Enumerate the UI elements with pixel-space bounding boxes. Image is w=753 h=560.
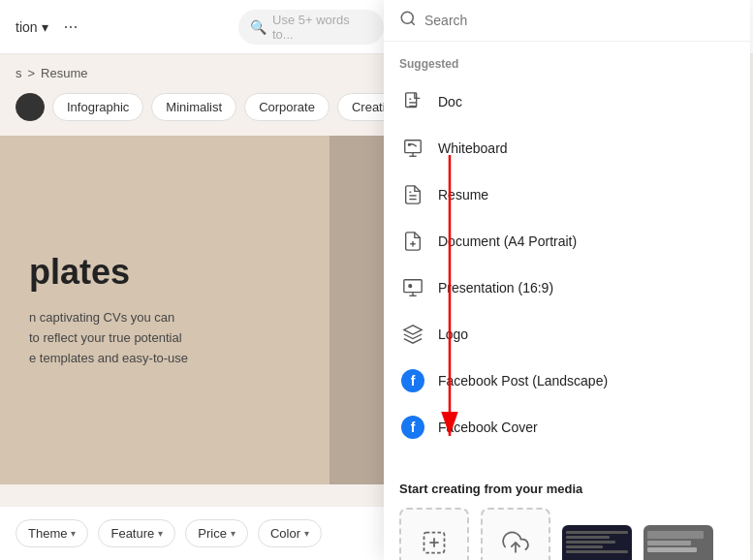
theme-filter-chevron: ▾ — [71, 528, 76, 539]
suggested-item-facebook-post[interactable]: f Facebook Post (Landscape) — [384, 358, 750, 404]
hero-title: plates — [29, 251, 359, 293]
doc-icon — [399, 88, 426, 115]
resume-icon — [399, 181, 426, 208]
filter-tab-infographic[interactable]: Infographic — [52, 93, 143, 121]
svg-rect-13 — [404, 280, 422, 293]
app-title: tion ▾ — [16, 19, 48, 35]
media-item-custom-size[interactable]: Custom size — [399, 508, 469, 560]
breadcrumb-separator: > — [28, 66, 36, 80]
media-item-import-file[interactable]: Import file — [481, 508, 550, 560]
suggested-section: Suggested Doc — [384, 42, 750, 462]
suggested-item-document[interactable]: Document (A4 Portrait) — [384, 218, 750, 264]
svg-point-0 — [401, 12, 413, 23]
start-creating-label: Start creating from your media — [399, 482, 735, 496]
more-options-button[interactable]: ··· — [64, 16, 78, 37]
facebook-circle: f — [401, 369, 424, 392]
media-item-thumb1[interactable] — [562, 525, 632, 560]
document-label: Document (A4 Portrait) — [438, 233, 577, 249]
suggested-item-whiteboard[interactable]: Whiteboard — [384, 125, 750, 171]
color-filter-chevron: ▾ — [304, 528, 309, 539]
feature-filter-label: Feature — [110, 526, 154, 541]
search-icon-small: 🔍 — [250, 19, 267, 35]
thumb2-content — [643, 525, 713, 560]
search-hint: Use 5+ words to... — [272, 13, 372, 42]
suggested-item-presentation[interactable]: Presentation (16:9) — [384, 264, 750, 311]
svg-rect-5 — [405, 140, 422, 153]
suggested-item-doc[interactable]: Doc — [384, 78, 750, 125]
logo-icon — [399, 321, 426, 348]
doc-label: Doc — [438, 94, 462, 109]
whiteboard-label: Whiteboard — [438, 140, 508, 156]
breadcrumb-current: Resume — [41, 66, 87, 80]
suggested-label: Suggested — [384, 53, 750, 78]
media-items-row: Custom size Import file — [399, 508, 735, 560]
import-file-box — [481, 508, 550, 560]
price-filter-dropdown[interactable]: Price ▾ — [185, 519, 248, 547]
presentation-label: Presentation (16:9) — [438, 280, 553, 296]
facebook-cover-icon: f — [399, 414, 426, 441]
feature-filter-dropdown[interactable]: Feature ▾ — [98, 519, 175, 547]
thumb1-content — [562, 525, 632, 560]
facebook-cover-label: Facebook Cover — [438, 420, 538, 435]
title-arrow[interactable]: ▾ — [42, 19, 48, 35]
filter-tab-corporate[interactable]: Corporate — [244, 93, 329, 121]
search-input[interactable] — [424, 13, 735, 28]
svg-point-16 — [409, 285, 412, 288]
suggested-item-facebook-cover[interactable]: f Facebook Cover — [384, 404, 750, 451]
search-dropdown-panel: Suggested Doc — [384, 0, 750, 560]
thumb1-box — [562, 525, 632, 560]
resume-label: Resume — [438, 187, 488, 202]
title-text: tion — [16, 19, 38, 35]
svg-line-1 — [411, 21, 414, 24]
start-creating-section: Start creating from your media Custom si… — [384, 470, 750, 560]
hero-description: n captivating CVs you canto reflect your… — [29, 308, 359, 368]
facebook-post-label: Facebook Post (Landscape) — [438, 373, 608, 389]
media-item-thumb2[interactable] — [643, 525, 713, 560]
theme-filter-dropdown[interactable]: Theme ▾ — [16, 519, 88, 547]
bottom-filter-bar: Theme ▾ Feature ▾ Price ▾ Color ▾ — [0, 506, 388, 560]
logo-label: Logo — [438, 327, 468, 342]
color-filter-dropdown[interactable]: Color ▾ — [258, 519, 322, 547]
search-input-row[interactable] — [384, 0, 750, 42]
suggested-item-logo[interactable]: Logo — [384, 311, 750, 358]
whiteboard-icon — [399, 135, 426, 162]
color-filter-label: Color — [270, 526, 300, 541]
custom-size-box — [399, 508, 469, 560]
theme-filter-label: Theme — [28, 526, 67, 541]
feature-filter-chevron: ▾ — [158, 528, 163, 539]
presentation-icon — [399, 274, 426, 301]
filter-tab-minimalist[interactable]: Minimalist — [151, 93, 236, 121]
main-search-bar[interactable]: 🔍 Use 5+ words to... — [238, 10, 384, 45]
thumb2-box — [643, 525, 713, 560]
search-icon — [399, 10, 417, 31]
breadcrumb-home[interactable]: s — [16, 66, 22, 80]
document-icon — [399, 228, 426, 255]
filter-tab-all[interactable] — [16, 93, 45, 121]
facebook-post-icon: f — [399, 367, 426, 394]
facebook-circle-2: f — [401, 416, 424, 439]
breadcrumb: s > Resume — [0, 66, 104, 80]
suggested-item-resume[interactable]: Resume — [384, 171, 750, 218]
price-filter-chevron: ▾ — [231, 528, 235, 539]
price-filter-label: Price — [198, 526, 227, 541]
